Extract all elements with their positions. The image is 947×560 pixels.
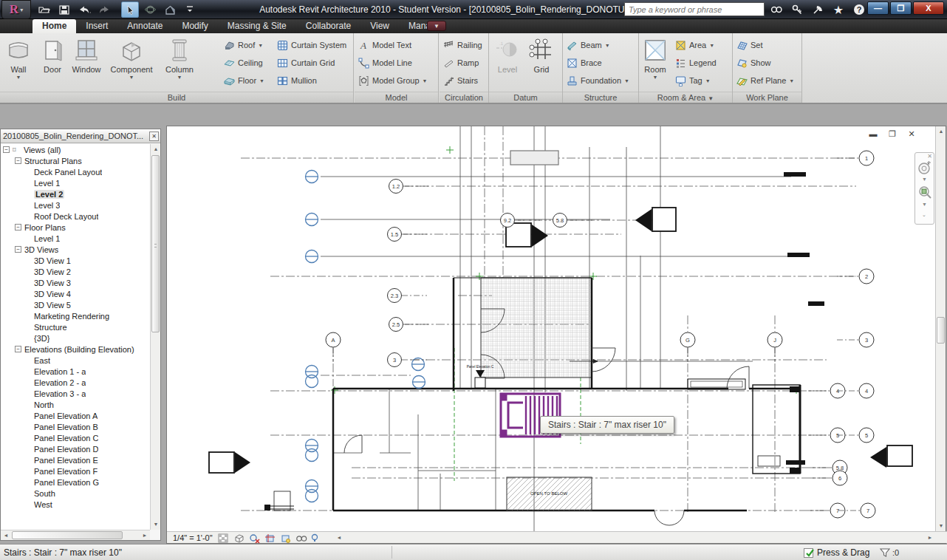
steering-wheel-icon[interactable]: [917, 160, 932, 175]
steering-wheel-arrow-icon[interactable]: ▼: [922, 177, 927, 182]
foundation-button[interactable]: Foundation▼: [564, 72, 632, 89]
view-restore-icon[interactable]: ❐: [886, 129, 898, 139]
ribbon-tab[interactable]: Home: [33, 19, 76, 33]
curtain-system-button[interactable]: Curtain System: [275, 36, 349, 54]
redo-icon[interactable]: [95, 1, 113, 18]
tree-item[interactable]: Elevation 3 - a: [1, 388, 150, 399]
scale-control[interactable]: 1/4" = 1'-0": [173, 533, 213, 542]
panel-label-build[interactable]: Build: [0, 92, 353, 103]
beam-button[interactable]: Beam▼: [564, 36, 632, 54]
ribbon-tab[interactable]: Massing & Site: [218, 19, 296, 33]
navbar-more-icon[interactable]: ⌄: [922, 212, 926, 218]
panel-label-datum[interactable]: Datum: [489, 92, 562, 103]
panel-label-model[interactable]: Model: [355, 92, 438, 103]
tree-item[interactable]: Elevation 1 - a: [1, 366, 150, 377]
scrollbar-thumb[interactable]: [937, 317, 945, 344]
panel-label-circulation[interactable]: Circulation: [440, 92, 488, 103]
restore-button[interactable]: ❐: [890, 1, 912, 15]
tree-item[interactable]: 3D View 1: [1, 255, 150, 266]
selection-filter[interactable]: :0: [879, 544, 899, 560]
view-vertical-scrollbar[interactable]: ▲ ▼: [935, 126, 946, 531]
tree-item[interactable]: North: [1, 399, 150, 410]
tree-item[interactable]: Elevation 2 - a: [1, 377, 150, 388]
model-line-button[interactable]: Model Line: [356, 54, 430, 72]
ribbon-tab[interactable]: Annotate: [117, 19, 172, 33]
ribbon-state-toggle-icon[interactable]: ▼: [427, 21, 446, 31]
ramp-button[interactable]: Ramp: [441, 54, 485, 72]
tree-item[interactable]: Level 1: [1, 233, 150, 244]
crop-visible-icon[interactable]: [280, 533, 290, 542]
column-button[interactable]: Column▼: [160, 35, 199, 91]
tree-expander-icon[interactable]: −: [3, 146, 10, 153]
help-search-box[interactable]: [624, 2, 765, 16]
favorites-star-icon[interactable]: ★: [830, 2, 847, 17]
reveal-hidden-icon[interactable]: [311, 533, 321, 542]
tree-item[interactable]: Level 1: [1, 177, 150, 188]
view-close-icon[interactable]: ✕: [906, 129, 917, 139]
tree-expander-icon[interactable]: −: [15, 346, 21, 352]
ribbon-tab[interactable]: View: [360, 19, 399, 33]
qat-more-icon[interactable]: [181, 1, 199, 18]
tree-item[interactable]: Roof Deck Layout: [1, 211, 150, 222]
scroll-up-icon[interactable]: ▲: [151, 144, 161, 154]
scroll-left-icon[interactable]: ◄: [1, 530, 11, 541]
tree-item[interactable]: Level 3: [1, 199, 150, 211]
communication-center-icon[interactable]: [810, 2, 826, 17]
window-button[interactable]: Window: [69, 35, 103, 91]
tree-item[interactable]: Panel Elevation C: [1, 432, 150, 443]
ribbon-tab[interactable]: Insert: [76, 19, 117, 33]
scroll-down-icon[interactable]: ▼: [936, 521, 946, 531]
communication-search-icon[interactable]: [768, 2, 784, 17]
tree-item[interactable]: 3D View 4: [1, 288, 150, 299]
help-icon[interactable]: ?: [851, 2, 867, 17]
tree-item[interactable]: Marketing Rendering: [1, 310, 150, 321]
door-button[interactable]: Door: [35, 35, 69, 91]
detail-level-icon[interactable]: [218, 533, 228, 542]
modify-cursor-icon[interactable]: [121, 1, 139, 18]
view-horizontal-scrollbar[interactable]: ◄ ►: [334, 532, 947, 544]
railing-button[interactable]: Railing: [441, 36, 485, 54]
scrollbar-thumb[interactable]: [151, 155, 160, 332]
visual-style-icon[interactable]: [233, 533, 244, 542]
floor-plan-drawing[interactable]: OPEN TO BELOW Panel Elevation C: [167, 126, 936, 531]
subscription-key-icon[interactable]: [789, 2, 805, 17]
tree-item[interactable]: Level 2: [1, 188, 150, 199]
view-minimize-icon[interactable]: ▬: [867, 129, 879, 139]
component-button[interactable]: Component▼: [103, 35, 160, 91]
navbar-close-icon[interactable]: ✕: [927, 153, 932, 160]
tree-item[interactable]: − Structural Plans: [1, 155, 150, 166]
tree-item[interactable]: 3D View 3: [1, 277, 150, 288]
show-button[interactable]: Show: [734, 54, 796, 72]
panel-label-structure[interactable]: Structure: [563, 92, 638, 103]
tree-item[interactable]: {3D}: [1, 332, 150, 344]
scroll-down-icon[interactable]: ▼: [151, 519, 161, 530]
tree-item[interactable]: Panel Elevation E: [1, 454, 150, 465]
scroll-left-icon[interactable]: ◄: [334, 533, 344, 543]
temporary-hide-icon[interactable]: [295, 533, 306, 542]
browser-horizontal-scrollbar[interactable]: ◄ ►: [1, 530, 150, 540]
tree-item[interactable]: 3D View 2: [1, 266, 150, 277]
tree-item[interactable]: Deck Panel Layout: [1, 166, 150, 177]
drawing-canvas[interactable]: OPEN TO BELOW Panel Elevation C: [167, 126, 936, 531]
home-view-icon[interactable]: [161, 1, 179, 18]
tree-item[interactable]: South: [1, 488, 150, 499]
scrollbar-thumb[interactable]: [12, 531, 123, 539]
scroll-up-icon[interactable]: ▲: [936, 126, 946, 137]
open-icon[interactable]: [35, 1, 53, 18]
scroll-right-icon[interactable]: ►: [925, 533, 935, 543]
mullion-button[interactable]: Mullion: [275, 72, 349, 89]
wall-button[interactable]: Wall▼: [1, 35, 35, 91]
tree-expander-icon[interactable]: −: [15, 224, 21, 231]
tag-button[interactable]: Tag▼: [673, 72, 719, 89]
crop-view-icon[interactable]: [264, 533, 275, 542]
undo-icon[interactable]: [75, 1, 93, 18]
shadows-off-icon[interactable]: [249, 533, 259, 542]
legend-button[interactable]: Legend: [673, 54, 719, 72]
close-button[interactable]: X: [913, 1, 944, 15]
set-button[interactable]: Set: [734, 36, 796, 54]
tree-item[interactable]: − Elevations (Building Elevation): [1, 344, 150, 355]
model-group-button[interactable]: Model Group▼: [356, 72, 430, 89]
panel-label-room-area[interactable]: Room & Area ▼: [639, 92, 732, 103]
zoom-arrow-icon[interactable]: ▼: [922, 202, 927, 207]
room-button[interactable]: Room▼: [640, 35, 670, 91]
